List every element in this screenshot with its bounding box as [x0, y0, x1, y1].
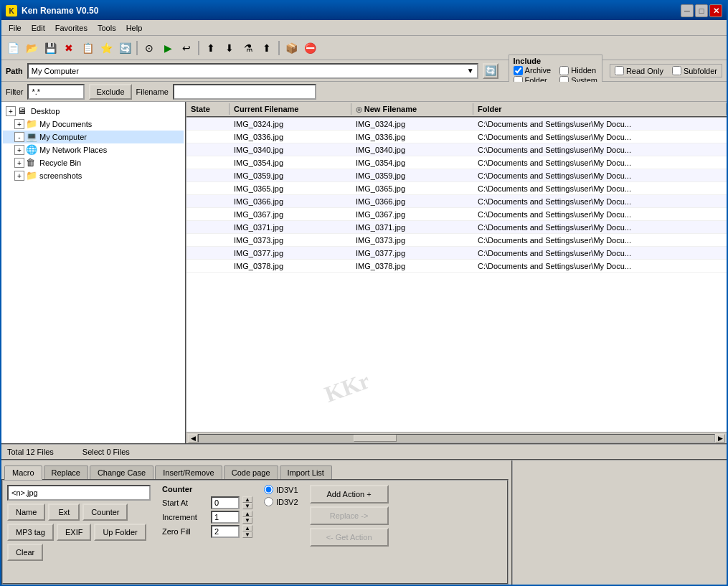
toolbar-refresh[interactable]: 🔄 — [116, 39, 133, 57]
table-row[interactable]: IMG_0378.jpg IMG_0378.jpg C:\Documents a… — [186, 260, 727, 273]
table-row[interactable]: IMG_0324.jpg IMG_0324.jpg C:\Documents a… — [186, 118, 727, 131]
menu-help[interactable]: Help — [122, 22, 147, 34]
subfolder-checkbox[interactable] — [672, 66, 681, 75]
ext-button[interactable]: Ext — [48, 504, 80, 521]
id3v1-radio[interactable] — [264, 485, 273, 494]
table-row[interactable]: IMG_0367.jpg IMG_0367.jpg C:\Documents a… — [186, 208, 727, 221]
id3v2-radio-item[interactable]: ID3V2 — [264, 497, 298, 506]
hidden-checkbox[interactable] — [559, 66, 569, 75]
menu-file[interactable]: File — [4, 22, 26, 34]
tab-importlist[interactable]: Import List — [280, 466, 332, 479]
tab-insertremove[interactable]: Insert/Remove — [155, 466, 222, 479]
table-row[interactable]: IMG_0377.jpg IMG_0377.jpg C:\Documents a… — [186, 247, 727, 260]
clear-button[interactable]: Clear — [7, 544, 43, 561]
col-header-current[interactable]: Current Filename — [230, 103, 351, 115]
minimize-button[interactable]: ─ — [681, 4, 694, 17]
scroll-left[interactable]: ◀ — [188, 434, 198, 443]
tab-replace[interactable]: Replace — [44, 466, 88, 479]
table-row[interactable]: IMG_0354.jpg IMG_0354.jpg C:\Documents a… — [186, 156, 727, 169]
toolbar-down[interactable]: ⬇ — [221, 39, 238, 57]
table-row[interactable]: IMG_0366.jpg IMG_0366.jpg C:\Documents a… — [186, 195, 727, 208]
toolbar-stop[interactable]: ⛔ — [301, 39, 318, 57]
include-subfolder[interactable]: Subfolder — [672, 66, 717, 75]
id3v1-radio-item[interactable]: ID3V1 — [264, 485, 298, 494]
replace-button[interactable]: Replace -> — [310, 506, 389, 525]
expand-icon[interactable]: + — [14, 158, 24, 168]
toolbar-copy[interactable]: 📋 — [79, 39, 96, 57]
tab-codepage[interactable]: Code page — [224, 466, 278, 479]
path-dropdown-icon[interactable]: ▼ — [467, 67, 474, 75]
toolbar-favorites[interactable]: ⭐ — [98, 39, 115, 57]
get-action-button[interactable]: <- Get Action — [310, 528, 389, 547]
filename-input[interactable] — [173, 84, 316, 100]
tree-item-recycle[interactable]: + 🗑 Recycle Bin — [3, 156, 184, 169]
toolbar-archive[interactable]: 📦 — [283, 39, 300, 57]
startat-down-btn[interactable]: ▼ — [242, 503, 252, 509]
toolbar-up[interactable]: ⬆ — [202, 39, 219, 57]
scrollbar-track[interactable] — [198, 434, 715, 443]
toolbar-open[interactable]: 📂 — [23, 39, 40, 57]
menu-edit[interactable]: Edit — [27, 22, 49, 34]
tab-macro[interactable]: Macro — [4, 466, 42, 480]
increment-up-btn[interactable]: ▲ — [242, 511, 252, 517]
table-row[interactable]: IMG_0336.jpg IMG_0336.jpg C:\Documents a… — [186, 131, 727, 143]
readonly-checkbox[interactable] — [615, 66, 624, 75]
macro-textbox[interactable] — [7, 485, 151, 501]
expand-icon[interactable]: + — [14, 119, 24, 129]
menu-favorites[interactable]: Favorites — [51, 22, 92, 34]
upfolder-button[interactable]: Up Folder — [94, 524, 146, 541]
table-row[interactable]: IMG_0373.jpg IMG_0373.jpg C:\Documents a… — [186, 234, 727, 247]
close-button[interactable]: ✕ — [709, 4, 722, 17]
toolbar-save[interactable]: 💾 — [42, 39, 59, 57]
col-header-folder[interactable]: Folder — [473, 103, 727, 115]
increment-down-btn[interactable]: ▼ — [242, 517, 252, 524]
menu-tools[interactable]: Tools — [93, 22, 120, 34]
table-row[interactable]: IMG_0371.jpg IMG_0371.jpg C:\Documents a… — [186, 221, 727, 234]
scrollbar-thumb[interactable] — [354, 435, 397, 442]
toolbar-play[interactable]: ▶ — [159, 39, 176, 57]
tree-item-screenshots[interactable]: + 📁 screenshots — [3, 169, 184, 182]
tree-item-desktop[interactable]: + 🖥 Desktop — [3, 105, 184, 118]
expand-icon[interactable]: + — [6, 106, 16, 116]
exif-button[interactable]: EXIF — [57, 524, 91, 541]
include-archive[interactable]: Archive — [514, 66, 552, 75]
zerofill-down-btn[interactable]: ▼ — [242, 531, 252, 538]
archive-checkbox[interactable] — [514, 66, 523, 75]
counter-startat-input[interactable] — [211, 496, 240, 509]
expand-icon[interactable]: + — [14, 145, 24, 155]
toolbar-target[interactable]: ⊙ — [141, 39, 158, 57]
path-combo[interactable]: My Computer ▼ — [27, 63, 478, 79]
expand-icon[interactable]: + — [14, 171, 24, 181]
tree-item-mycomputer[interactable]: - 💻 My Computer — [3, 131, 184, 143]
toolbar-new[interactable]: 📄 — [4, 39, 22, 57]
maximize-button[interactable]: □ — [695, 4, 708, 17]
mp3tag-button[interactable]: MP3 tag — [7, 524, 54, 541]
table-row[interactable]: IMG_0365.jpg IMG_0365.jpg C:\Documents a… — [186, 182, 727, 195]
path-refresh-button[interactable]: 🔄 — [483, 63, 498, 79]
name-button[interactable]: Name — [7, 504, 45, 521]
counter-increment-input[interactable] — [211, 511, 240, 524]
toolbar-sort[interactable]: ⬆ — [258, 39, 275, 57]
toolbar-undo[interactable]: ↩ — [178, 39, 195, 57]
tree-item-network[interactable]: + 🌐 My Network Places — [3, 143, 184, 156]
toolbar-filter[interactable]: ⚗ — [240, 39, 257, 57]
scroll-right[interactable]: ▶ — [715, 434, 725, 443]
id3v2-radio[interactable] — [264, 497, 273, 506]
tree-item-mydocs[interactable]: + 📁 My Documents — [3, 118, 184, 131]
toolbar-delete[interactable]: ✖ — [60, 39, 77, 57]
table-row[interactable]: IMG_0359.jpg IMG_0359.jpg C:\Documents a… — [186, 169, 727, 182]
zerofill-up-btn[interactable]: ▲ — [242, 525, 252, 531]
tab-changecase[interactable]: Change Case — [90, 466, 153, 479]
counter-zerofill-input[interactable] — [211, 525, 240, 538]
include-hidden[interactable]: Hidden — [559, 66, 597, 75]
exclude-button[interactable]: Exclude — [89, 84, 131, 100]
expand-icon[interactable]: - — [14, 132, 24, 142]
table-row[interactable]: IMG_0340.jpg IMG_0340.jpg C:\Documents a… — [186, 143, 727, 156]
include-readonly[interactable]: Read Only — [615, 66, 663, 75]
startat-up-btn[interactable]: ▲ — [242, 496, 252, 503]
col-header-new[interactable]: ◎ New Filename — [351, 103, 473, 115]
add-action-button[interactable]: Add Action + — [310, 485, 389, 504]
horizontal-scrollbar[interactable]: ◀ ▶ — [186, 432, 727, 443]
col-header-state[interactable]: State — [186, 103, 230, 115]
filter-input[interactable] — [27, 84, 85, 100]
